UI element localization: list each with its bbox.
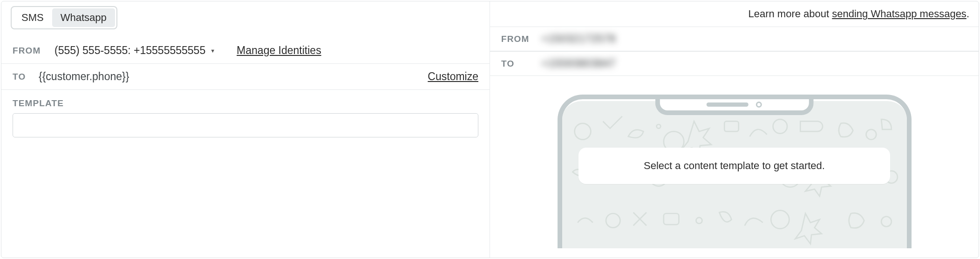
learn-more-prefix: Learn more about — [748, 8, 832, 20]
preview-to-label: TO — [501, 59, 537, 69]
svg-point-5 — [866, 130, 876, 140]
svg-point-14 — [696, 218, 702, 224]
preview-to-row: TO +15593803847 — [490, 51, 979, 76]
phone-frame: Select a content template to get started… — [558, 95, 912, 248]
svg-point-15 — [771, 211, 789, 229]
learn-more-suffix: . — [966, 8, 969, 20]
preview-from-value: +15032172578 — [541, 33, 616, 45]
left-pane: SMS Whatsapp FROM (555) 555-5555: +15555… — [1, 1, 490, 258]
learn-more-link[interactable]: sending Whatsapp messages — [832, 8, 966, 20]
template-label: TEMPLATE — [13, 98, 478, 109]
svg-point-1 — [656, 124, 660, 129]
svg-point-4 — [773, 119, 787, 133]
phone-preview-wrapper: Select a content template to get started… — [490, 76, 979, 258]
preview-from-label: FROM — [501, 34, 537, 44]
learn-more-row: Learn more about sending Whatsapp messag… — [490, 1, 979, 27]
template-section: TEMPLATE — [1, 90, 490, 146]
to-row: TO {{customer.phone}} Customize — [1, 64, 490, 90]
channel-tab-group: SMS Whatsapp — [11, 6, 117, 29]
caret-down-icon: ▼ — [210, 48, 215, 54]
preview-from-row: FROM +15032172578 — [490, 27, 979, 51]
editor-container: SMS Whatsapp FROM (555) 555-5555: +15555… — [1, 1, 979, 258]
tab-sms[interactable]: SMS — [13, 8, 52, 27]
svg-point-0 — [574, 123, 591, 140]
learn-more-text: Learn more about sending Whatsapp messag… — [748, 8, 969, 20]
to-left: TO {{customer.phone}} — [13, 70, 129, 83]
preview-to-value: +15593803847 — [541, 57, 616, 70]
speaker-icon — [707, 102, 749, 107]
preview-placeholder-card: Select a content template to get started… — [578, 148, 891, 184]
from-identity-select[interactable]: (555) 555-5555: +15555555555 ▼ — [54, 44, 215, 57]
top-row: SMS Whatsapp — [1, 1, 490, 38]
preview-placeholder-text: Select a content template to get started… — [644, 160, 825, 171]
to-value: {{customer.phone}} — [39, 70, 129, 83]
svg-point-16 — [881, 217, 892, 227]
from-label: FROM — [13, 46, 48, 56]
phone-preview: Select a content template to get started… — [558, 95, 912, 258]
phone-notch — [655, 98, 813, 115]
phone-screen: Select a content template to get started… — [561, 101, 908, 248]
svg-rect-3 — [724, 121, 738, 131]
manage-identities-link[interactable]: Manage Identities — [237, 44, 321, 57]
svg-rect-13 — [663, 213, 679, 225]
right-pane: Learn more about sending Whatsapp messag… — [490, 1, 979, 258]
camera-icon — [756, 102, 762, 108]
svg-point-12 — [606, 213, 619, 227]
tab-whatsapp[interactable]: Whatsapp — [52, 8, 115, 27]
from-value: (555) 555-5555: +15555555555 — [54, 44, 205, 57]
customize-link[interactable]: Customize — [428, 70, 478, 83]
template-input[interactable] — [13, 113, 478, 137]
from-row: FROM (555) 555-5555: +15555555555 ▼ Mana… — [1, 38, 490, 64]
